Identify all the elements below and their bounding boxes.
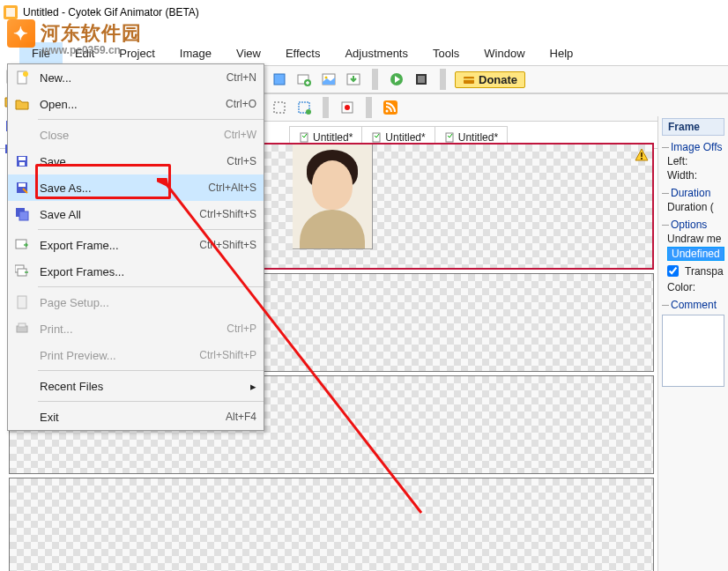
tool-generic-icon[interactable]: [270, 70, 289, 89]
comment-textarea[interactable]: [662, 315, 724, 387]
menu-image[interactable]: Image: [167, 42, 224, 65]
menuitem-print-preview: Print Preview...Ctrl+Shift+P: [8, 342, 264, 368]
submenu-arrow-icon: ▸: [250, 380, 256, 393]
label-left: Left:: [667, 155, 724, 167]
tool-record-icon[interactable]: [338, 98, 357, 117]
menu-help[interactable]: Help: [538, 42, 586, 65]
donate-button[interactable]: Donate: [455, 71, 525, 88]
menuitem-label: Close: [36, 129, 224, 142]
donate-icon: [463, 73, 475, 85]
menuitem-close: CloseCtrl+W: [8, 122, 264, 148]
pagesetup-icon: [8, 289, 36, 315]
print-icon: [8, 315, 36, 342]
menuitem-shortcut: Ctrl+S: [227, 155, 256, 167]
menuitem-label: Save: [36, 155, 227, 168]
menu-tools[interactable]: Tools: [420, 42, 472, 65]
svg-rect-40: [16, 240, 26, 248]
group-comment: Comment: [662, 299, 724, 311]
svg-rect-1: [6, 8, 15, 17]
group-image-offsets: Image Offs: [662, 141, 724, 153]
menuitem-exit[interactable]: ExitAlt+F4: [8, 404, 264, 430]
menuitem-shortcut: Ctrl+N: [227, 71, 256, 84]
svg-rect-43: [18, 296, 26, 308]
menuitem-label: Export Frames...: [36, 265, 256, 278]
menuitem-shortcut: Ctrl+O: [226, 98, 256, 110]
menuitem-shortcut: Ctrl+Shift+P: [199, 349, 256, 361]
menuitem-label: Print...: [36, 323, 227, 336]
svg-rect-13: [274, 102, 285, 113]
save-icon: [8, 148, 36, 174]
menuitem-shortcut: Ctrl+Alt+S: [208, 182, 256, 194]
menuitem-label: Export Frame...: [36, 239, 199, 252]
frame-thumbnail: [293, 145, 373, 249]
blank-icon: [8, 373, 36, 399]
group-duration: Duration: [662, 187, 724, 199]
blank-icon: [8, 342, 36, 368]
svg-rect-34: [19, 157, 26, 160]
tab-doc-icon: [299, 132, 309, 143]
svg-rect-37: [19, 183, 26, 187]
svg-rect-10: [418, 76, 425, 83]
tab-doc-icon: [371, 132, 382, 143]
menuitem-export-frame[interactable]: Export Frame...Ctrl+Shift+S: [8, 232, 264, 258]
tool-film-icon[interactable]: [412, 70, 431, 89]
menuitem-label: Recent Files: [36, 380, 256, 393]
menu-effects[interactable]: Effects: [273, 42, 333, 65]
menuitem-export-frames[interactable]: Export Frames...: [8, 258, 264, 285]
menuitem-save[interactable]: SaveCtrl+S: [8, 148, 264, 174]
svg-rect-2: [274, 74, 285, 85]
undraw-method-select[interactable]: Undefined: [667, 247, 724, 261]
blank-icon: [8, 404, 36, 430]
menuitem-label: Save As...: [36, 182, 208, 195]
saveas-icon: [8, 174, 36, 201]
menu-window[interactable]: Window: [472, 42, 537, 65]
svg-rect-18: [383, 100, 397, 115]
label-undraw: Undraw me: [667, 233, 724, 245]
tool-image-icon[interactable]: [319, 70, 338, 89]
svg-rect-30: [641, 158, 643, 159]
export-icon: [8, 232, 36, 258]
titlebar: Untitled - Cyotek Gif Animator (BETA): [0, 0, 728, 25]
panel-header: Frame: [662, 118, 724, 136]
blank-icon: [8, 122, 36, 148]
menuitem-open[interactable]: Open...Ctrl+O: [8, 91, 264, 117]
new-icon: [8, 64, 36, 91]
menuitem-save-as[interactable]: Save As...Ctrl+Alt+S: [8, 174, 264, 201]
menu-adjustments[interactable]: Adjustments: [332, 42, 420, 65]
menuitem-shortcut: Ctrl+Shift+S: [199, 208, 256, 220]
menu-file[interactable]: File: [19, 42, 63, 65]
menuitem-shortcut: Ctrl+W: [224, 129, 256, 141]
tool-crop-icon[interactable]: [294, 98, 314, 117]
svg-rect-29: [641, 152, 643, 157]
menu-project[interactable]: Project: [107, 42, 167, 65]
menu-edit[interactable]: Edit: [63, 42, 107, 65]
menuitem-label: Print Preview...: [36, 349, 199, 362]
svg-point-32: [23, 71, 28, 77]
tool-import-icon[interactable]: [344, 70, 363, 89]
frame-row[interactable]: [9, 478, 654, 571]
tool-add-frame-icon[interactable]: [294, 70, 314, 89]
open-icon: [8, 91, 36, 117]
file-menu-dropdown: New...Ctrl+NOpen...Ctrl+OCloseCtrl+WSave…: [7, 63, 264, 431]
transparent-checkbox[interactable]: Transpa: [664, 263, 724, 279]
menu-view[interactable]: View: [224, 42, 273, 65]
svg-rect-35: [19, 162, 25, 166]
menuitem-label: New...: [36, 71, 227, 85]
menuitem-recent-files[interactable]: Recent Files▸: [8, 373, 264, 399]
label-color: Color:: [667, 281, 724, 293]
menubar: File Edit Project Image View Effects Adj…: [0, 42, 728, 65]
tool-play-icon[interactable]: [387, 70, 406, 89]
menuitem-save-all[interactable]: Save AllCtrl+Shift+S: [8, 201, 264, 227]
tab-doc-icon: [444, 132, 455, 143]
menuitem-new[interactable]: New...Ctrl+N: [8, 64, 264, 91]
svg-rect-39: [19, 211, 28, 220]
tool-select-icon[interactable]: [270, 98, 289, 117]
exportall-icon: [8, 258, 36, 285]
menuitem-shortcut: Ctrl+Shift+S: [199, 239, 256, 251]
frame-panel: Frame Image Offs Left: Width: Duration D…: [657, 116, 728, 571]
menuitem-label: Open...: [36, 98, 226, 111]
tool-rss-icon[interactable]: [381, 98, 400, 117]
window-title: Untitled - Cyotek Gif Animator (BETA): [23, 6, 199, 19]
menuitem-label: Save All: [36, 208, 199, 221]
svg-rect-12: [464, 78, 474, 80]
